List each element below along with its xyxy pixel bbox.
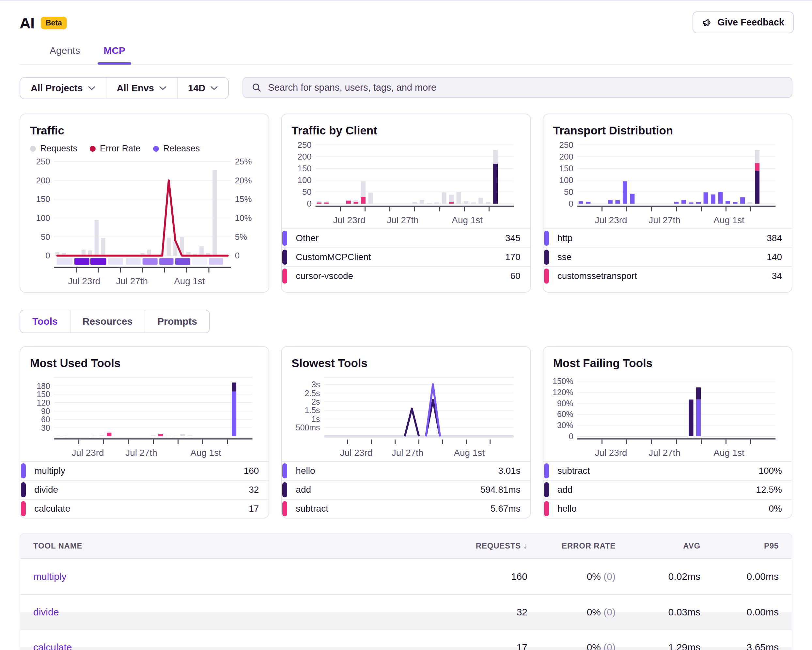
series-label: sse [557, 252, 572, 262]
legend-row[interactable]: hello3.01s [282, 461, 530, 480]
most-failing-tools-title: Most Failing Tools [553, 357, 782, 370]
series-color-pill [282, 463, 287, 478]
project-filter-label: All Projects [31, 83, 83, 94]
traffic-by-client-legend: Other345CustomMCPClient170cursor-vscode6… [282, 229, 530, 285]
col-tool-name[interactable]: Tool Name [33, 541, 449, 551]
svg-text:250: 250 [559, 140, 573, 150]
series-label: add [296, 485, 311, 495]
date-range-dropdown[interactable]: 14D [177, 78, 228, 99]
col-avg[interactable]: Avg [615, 541, 701, 551]
series-value: 100% [759, 465, 782, 476]
legend-row[interactable]: divide32 [20, 480, 269, 499]
chevron-down-icon [159, 86, 166, 90]
traffic-cards-row: Traffic Requests Error Rate Releases 050… [20, 114, 792, 293]
search-icon [252, 82, 261, 92]
series-label: divide [34, 485, 58, 495]
traffic-by-client-chart: 050100150200250Jul 23rdJul 27thAug 1st [292, 140, 520, 226]
legend-chip-error-rate[interactable]: Error Rate [90, 143, 140, 154]
legend-chip-releases[interactable]: Releases [153, 143, 200, 154]
tool-link[interactable]: multiply [33, 571, 67, 582]
svg-text:60%: 60% [557, 409, 574, 419]
svg-text:1.5s: 1.5s [305, 406, 320, 415]
series-color-pill [21, 501, 26, 516]
traffic-chart: 05010015020025005%10%15%20%25%Jul 23rdJu… [30, 157, 259, 287]
series-value: 34 [772, 271, 782, 281]
beta-badge: Beta [41, 17, 67, 29]
legend-row[interactable]: hello0% [543, 499, 792, 518]
svg-text:Jul 27th: Jul 27th [387, 215, 419, 225]
error-rate-cell: 0% (0) [527, 642, 615, 650]
transport-distribution-title: Transport Distribution [553, 124, 782, 137]
transport-distribution-card: Transport Distribution 050100150200250Ju… [543, 114, 792, 293]
svg-text:90: 90 [41, 407, 50, 416]
svg-text:120: 120 [37, 398, 50, 407]
legend-row[interactable]: sse140 [543, 247, 792, 266]
series-color-pill [544, 501, 549, 516]
legend-row[interactable]: multiply160 [20, 461, 269, 480]
series-color-pill [544, 231, 549, 246]
svg-text:Jul 27th: Jul 27th [116, 276, 148, 286]
tool-link[interactable]: divide [33, 607, 59, 617]
error-rate-cell: 0% (0) [527, 571, 615, 582]
svg-text:50: 50 [302, 187, 312, 197]
tab-resources[interactable]: Resources [70, 310, 145, 333]
col-p95[interactable]: P95 [701, 541, 779, 551]
legend-row[interactable]: CustomMCPClient170 [282, 247, 530, 266]
slowest-tools-card: Slowest Tools 500ms1s1.5s2s2.5s3sJul 23r… [281, 346, 531, 519]
traffic-card: Traffic Requests Error Rate Releases 050… [20, 114, 269, 293]
most-failing-tools-legend: subtract100%add12.5%hello0% [543, 461, 792, 518]
legend-row[interactable]: customssetransport34 [543, 266, 792, 285]
svg-text:100: 100 [298, 175, 312, 185]
legend-row[interactable]: calculate17 [20, 499, 269, 518]
avg-cell: 0.03ms [615, 607, 701, 618]
svg-text:Jul 23rd: Jul 23rd [68, 276, 100, 286]
search-input[interactable] [268, 82, 783, 93]
search-bar[interactable] [243, 77, 792, 98]
series-color-pill [544, 250, 549, 265]
svg-text:500ms: 500ms [296, 423, 320, 432]
series-value: 170 [505, 252, 520, 262]
tab-agents[interactable]: Agents [50, 45, 80, 64]
avg-cell: 1.29ms [615, 642, 701, 650]
give-feedback-button[interactable]: Give Feedback [693, 11, 794, 33]
svg-text:10%: 10% [235, 214, 252, 223]
tab-mcp[interactable]: MCP [104, 45, 125, 64]
svg-text:2.5s: 2.5s [305, 388, 320, 397]
legend-row[interactable]: Other345 [282, 229, 530, 247]
svg-text:Jul 27th: Jul 27th [125, 448, 157, 458]
svg-text:100: 100 [559, 175, 573, 185]
environment-filter-dropdown[interactable]: All Envs [106, 78, 177, 99]
svg-text:3s: 3s [312, 380, 320, 389]
svg-text:250: 250 [298, 140, 312, 150]
svg-text:Jul 23rd: Jul 23rd [333, 215, 366, 225]
legend-row[interactable]: subtract5.67ms [282, 499, 530, 518]
legend-row[interactable]: add594.81ms [282, 480, 530, 499]
svg-text:0: 0 [569, 432, 574, 441]
legend-chip-requests[interactable]: Requests [30, 143, 77, 154]
tab-prompts[interactable]: Prompts [145, 310, 209, 333]
tab-tools[interactable]: Tools [20, 310, 70, 333]
svg-text:5%: 5% [235, 232, 247, 241]
svg-text:200: 200 [298, 152, 312, 161]
series-value: 0% [769, 504, 782, 514]
series-value: 3.01s [498, 465, 520, 476]
project-filter-dropdown[interactable]: All Projects [20, 78, 106, 99]
series-value: 17 [249, 504, 259, 514]
legend-row[interactable]: http384 [543, 229, 792, 247]
legend-row[interactable]: add12.5% [543, 480, 792, 499]
series-label: Other [296, 233, 319, 243]
svg-text:Jul 23rd: Jul 23rd [72, 448, 104, 458]
col-requests[interactable]: Requests↓ [449, 541, 527, 551]
traffic-by-client-title: Traffic by Client [292, 124, 520, 137]
svg-text:0: 0 [307, 199, 312, 208]
col-error-rate[interactable]: Error Rate [527, 541, 615, 551]
svg-text:120%: 120% [553, 388, 574, 397]
series-value: 60 [510, 271, 520, 281]
svg-text:Jul 27th: Jul 27th [649, 215, 681, 225]
legend-row[interactable]: subtract100% [543, 461, 792, 480]
tool-link[interactable]: calculate [33, 642, 72, 650]
svg-text:25%: 25% [235, 157, 252, 166]
traffic-by-client-card: Traffic by Client 050100150200250Jul 23r… [281, 114, 531, 293]
series-color-pill [282, 250, 287, 265]
legend-row[interactable]: cursor-vscode60 [282, 266, 530, 285]
